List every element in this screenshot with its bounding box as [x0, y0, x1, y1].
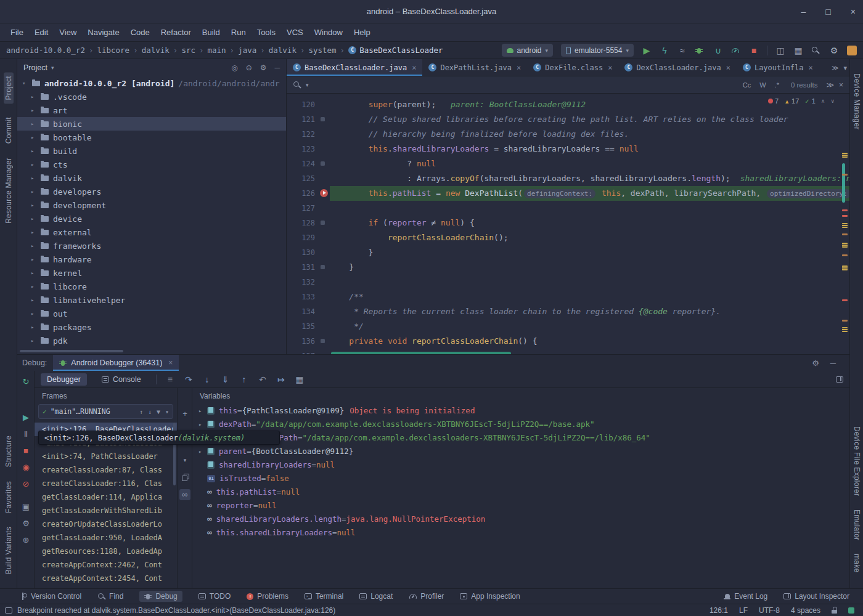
code-line-136[interactable]: 136 private void reportClassLoaderChain(…	[287, 334, 849, 349]
editor-gutter[interactable]: 127	[287, 201, 330, 216]
find-toggle[interactable]: Cc	[740, 80, 754, 90]
prev-problem-icon[interactable]: ∧	[821, 98, 825, 104]
chevron-right-icon[interactable]: ▸	[31, 188, 39, 195]
fold-marker-icon[interactable]	[321, 117, 325, 121]
code-line-132[interactable]: 132	[287, 275, 849, 290]
close-icon[interactable]: ×	[608, 63, 612, 72]
stripe-mark-o[interactable]	[842, 254, 848, 256]
breadcrumb-item[interactable]: dalvik	[269, 46, 297, 55]
variable-row[interactable]: sharedLibraryLoaders = null	[192, 458, 849, 472]
code-line-130[interactable]: 130 }	[287, 245, 849, 260]
tree-root[interactable]: ▾android-10.0.0_r2 [android] /android/an…	[17, 76, 286, 90]
apply-code-changes-button[interactable]: ≈	[677, 46, 687, 55]
evaluate-expression-icon[interactable]: ▦	[295, 375, 305, 384]
editor-gutter[interactable]: 132	[287, 275, 330, 290]
close-icon[interactable]: ×	[168, 359, 173, 367]
chevron-right-icon[interactable]: ▸	[198, 418, 207, 431]
collapse-icon[interactable]: ▾	[178, 457, 192, 463]
close-icon[interactable]: ×	[808, 63, 812, 72]
toolwindow-app-inspection[interactable]: App Inspection	[460, 592, 520, 601]
find-more-icon[interactable]: ≫	[826, 81, 834, 89]
stripe-device-manager[interactable]: Device Manager	[853, 73, 861, 130]
editor-gutter[interactable]: 126	[287, 186, 330, 201]
breadcrumb-item[interactable]: main	[207, 46, 226, 55]
chevron-right-icon[interactable]: ▸	[31, 229, 39, 235]
chevron-right-icon[interactable]: ▸	[31, 148, 39, 154]
stripe-mark-red[interactable]	[842, 209, 848, 211]
stack-frame[interactable]: createOrUpdateClassLoaderLo	[35, 517, 177, 531]
stripe-favorites[interactable]: Favorites	[4, 481, 13, 513]
pair-devices-button[interactable]: ▦	[793, 46, 803, 55]
pause-button[interactable]: Ⅱ	[17, 429, 35, 439]
stripe-mark-y3[interactable]	[842, 265, 848, 270]
toolwindow-event-log[interactable]: Event Log	[724, 592, 767, 601]
stack-frame[interactable]: createAppContext:2462, Cont	[35, 558, 177, 572]
locate-icon[interactable]: ◎	[231, 63, 237, 72]
stripe-mark-y3[interactable]	[842, 153, 848, 158]
stack-frame[interactable]: <init>:74, PathClassLoader	[35, 450, 177, 463]
run-to-cursor-icon[interactable]: ↦	[276, 375, 286, 384]
stack-frame[interactable]: createAppContext:2454, Cont	[35, 572, 177, 585]
debugger-settings-button[interactable]: ⚙	[17, 519, 35, 528]
toolwindow-layout-inspector[interactable]: Layout Inspector	[783, 592, 849, 601]
breadcrumb-item[interactable]: libcore	[97, 46, 129, 55]
stripe-mark-y3[interactable]	[842, 223, 848, 228]
settings-gear-button[interactable]: ⚙	[829, 46, 839, 55]
editor-gutter[interactable]: 123	[287, 142, 330, 156]
toolwindow-find[interactable]: Find	[97, 592, 123, 601]
stack-frame[interactable]: getClassLoader:950, LoadedA	[35, 531, 177, 545]
attach-debugger-button[interactable]: ∪	[713, 46, 723, 55]
chevron-right-icon[interactable]: ▸	[31, 107, 39, 113]
variable-row[interactable]: ∞this.pathList = null	[192, 485, 849, 499]
lock-icon[interactable]	[832, 607, 837, 614]
code-line-125[interactable]: 125 : Arrays.copyOf(sharedLibraryLoaders…	[287, 171, 849, 186]
tree-item-kernel[interactable]: ▸kernel	[17, 266, 286, 280]
close-button[interactable]: ×	[851, 7, 856, 17]
scrollbar-thumb[interactable]	[842, 163, 845, 203]
editor-gutter[interactable]: 135	[287, 319, 330, 334]
stripe-mark-y3[interactable]	[842, 327, 848, 332]
code-line-122[interactable]: 122 // hierarchy being finalized before …	[287, 127, 849, 142]
chevron-right-icon[interactable]: ▸	[31, 175, 39, 181]
breadcrumb-item[interactable]: src	[181, 46, 195, 55]
tree-item-device[interactable]: ▸device	[17, 212, 286, 225]
collapse-all-icon[interactable]: ⊖	[246, 63, 252, 72]
tree-item-dalvik[interactable]: ▸dalvik	[17, 171, 286, 185]
stop-button[interactable]: ■	[749, 46, 759, 55]
menu-tools[interactable]: Tools	[252, 23, 281, 42]
chevron-right-icon[interactable]: ▸	[31, 161, 39, 168]
stripe-structure[interactable]: Structure	[4, 436, 13, 467]
maximize-button[interactable]: □	[825, 7, 830, 17]
chevron-right-icon[interactable]: ▸	[31, 216, 39, 222]
toolwindow-version-control[interactable]: Version Control	[21, 592, 81, 601]
find-input[interactable]	[314, 79, 735, 91]
breadcrumb-item[interactable]: dalvik	[142, 46, 170, 55]
code-line-134[interactable]: 134 * Reports the current class loader c…	[287, 304, 849, 319]
error-count[interactable]: 7	[768, 97, 779, 105]
line-separator[interactable]: LF	[739, 606, 748, 615]
stripe-mark-o[interactable]	[842, 320, 848, 322]
tree-item-external[interactable]: ▸external	[17, 225, 286, 239]
editor-gutter[interactable]: 120	[287, 97, 330, 112]
chevron-right-icon[interactable]: ▸	[198, 404, 207, 418]
breadcrumb-item[interactable]: android-10.0.0_r2	[6, 46, 85, 55]
code-line-135[interactable]: 135 */	[287, 319, 849, 334]
copy-icon[interactable]	[178, 473, 192, 482]
chevron-down-icon[interactable]: ▾	[22, 80, 31, 86]
close-icon[interactable]: ×	[839, 81, 843, 89]
tab-debugger[interactable]: Debugger	[41, 373, 87, 386]
editor-gutter[interactable]: 137	[287, 349, 330, 354]
tree-item-packages[interactable]: ▸packages	[17, 320, 286, 334]
editor-tab-DexFile.class[interactable]: CDexFile.class×	[527, 59, 618, 76]
chevron-right-icon[interactable]: ▸	[31, 94, 39, 100]
editor-tab-LayoutInfla[interactable]: CLayoutInfla×	[737, 59, 819, 76]
drop-frame-icon[interactable]: ↶	[258, 375, 268, 384]
resume-button[interactable]: ▶	[17, 413, 35, 422]
hide-panel-icon[interactable]: ─	[274, 63, 280, 72]
device-mirror-button[interactable]: ◫	[775, 46, 785, 55]
tree-item-libcore[interactable]: ▸libcore	[17, 280, 286, 293]
breadcrumb-item[interactable]: CBaseDexClassLoader	[348, 46, 443, 55]
chevron-right-icon[interactable]: ▸	[31, 324, 39, 330]
chevron-right-icon[interactable]: ▸	[31, 243, 39, 249]
code-line-137[interactable]: 137	[287, 349, 849, 354]
